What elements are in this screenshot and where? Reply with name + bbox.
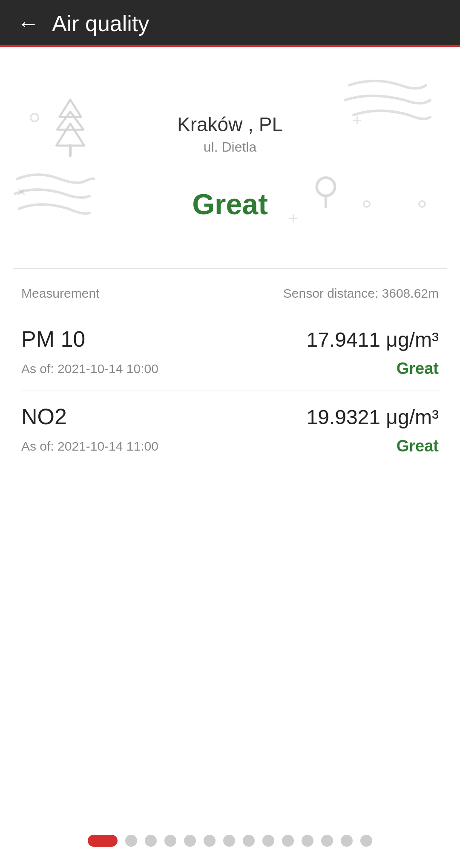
header: ← Air quality <box>0 0 460 47</box>
pagination-dot-7[interactable] <box>243 835 255 847</box>
pm10-timestamp: As of: 2021-10-14 10:00 <box>21 362 158 376</box>
pagination-dot-9[interactable] <box>282 835 294 847</box>
measurement-header: Measurement Sensor distance: 3608.62m <box>21 286 439 301</box>
no2-top-row: NO2 19.9321 μg/m³ <box>21 404 439 429</box>
pm10-status: Great <box>397 359 439 378</box>
no2-bottom-row: As of: 2021-10-14 11:00 Great <box>21 437 439 455</box>
city-name: Kraków , PL <box>177 113 283 136</box>
street-name: ul. Dietla <box>177 139 283 155</box>
measurements-section: Measurement Sensor distance: 3608.62m PM… <box>0 269 460 485</box>
wind-decoration-mid-left <box>13 166 98 223</box>
tree-icon <box>47 94 94 159</box>
pagination-dot-13[interactable] <box>360 835 372 847</box>
pagination-dot-2[interactable] <box>145 835 157 847</box>
svg-point-0 <box>317 178 335 196</box>
no2-status: Great <box>397 437 439 455</box>
pm10-name: PM 10 <box>21 326 85 352</box>
pagination-dot-5[interactable] <box>204 835 216 847</box>
no2-value: 19.9321 μg/m³ <box>307 405 439 429</box>
svg-marker-5 <box>60 100 81 117</box>
decorative-plus-right: + <box>288 209 298 228</box>
pagination-dot-8[interactable] <box>262 835 274 847</box>
measurement-section-label: Measurement <box>21 286 99 301</box>
measurement-item-pm10: PM 10 17.9411 μg/m³ As of: 2021-10-14 10… <box>21 313 439 391</box>
overall-quality-label: Great <box>192 187 268 221</box>
no2-name: NO2 <box>21 404 67 429</box>
decorative-x: × <box>17 183 26 201</box>
pagination-dot-4[interactable] <box>184 835 196 847</box>
pagination-dot-6[interactable] <box>223 835 235 847</box>
location-info: Kraków , PL ul. Dietla <box>177 113 283 155</box>
decorative-circle-tl <box>30 113 39 122</box>
location-pin-icon <box>311 175 341 210</box>
pagination-dot-3[interactable] <box>164 835 176 847</box>
pm10-top-row: PM 10 17.9411 μg/m³ <box>21 326 439 352</box>
decorative-plus-tr: + <box>352 111 362 130</box>
pagination-dot-0[interactable] <box>88 835 118 847</box>
main-content: × + + <box>0 47 460 868</box>
measurement-item-no2: NO2 19.9321 μg/m³ As of: 2021-10-14 11:0… <box>21 391 439 468</box>
wind-decoration-top-right <box>341 68 434 138</box>
top-section: × + + <box>0 47 460 268</box>
sensor-distance-label: Sensor distance: 3608.62m <box>283 286 439 301</box>
pagination-dot-10[interactable] <box>302 835 313 847</box>
pagination-dot-1[interactable] <box>125 835 137 847</box>
back-button[interactable]: ← <box>17 12 39 34</box>
decorative-circle-mr <box>363 200 371 208</box>
pagination-dot-12[interactable] <box>341 835 353 847</box>
page-title: Air quality <box>52 11 149 36</box>
pm10-bottom-row: As of: 2021-10-14 10:00 Great <box>21 359 439 378</box>
no2-timestamp: As of: 2021-10-14 11:00 <box>21 439 158 454</box>
decorative-circle-far-right <box>418 200 426 208</box>
svg-marker-3 <box>56 124 84 146</box>
pagination-dot-11[interactable] <box>321 835 333 847</box>
pagination <box>0 835 460 847</box>
pm10-value: 17.9411 μg/m³ <box>307 328 439 351</box>
